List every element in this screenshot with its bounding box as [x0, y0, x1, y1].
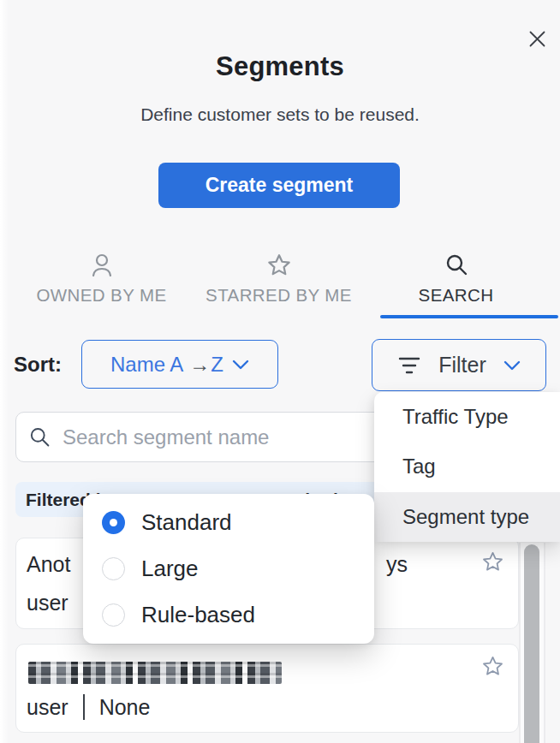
redacted-segment-name: [28, 662, 282, 684]
menu-item-segment-type[interactable]: Segment type: [374, 492, 560, 542]
tab-bar: OWNED BY ME STARRED BY ME SEARCH: [13, 253, 545, 306]
radio-unselected-icon[interactable]: [102, 603, 125, 627]
radio-option-standard[interactable]: Standard: [83, 500, 374, 546]
segments-drawer: Segments Define customer sets to be reus…: [0, 0, 560, 743]
scrollbar-thumb[interactable]: [524, 544, 539, 743]
radio-option-rule-based[interactable]: Rule-based: [83, 592, 374, 639]
create-segment-button[interactable]: Create segment: [158, 163, 400, 208]
page-subtitle: Define customer sets to be reused.: [0, 104, 560, 125]
segment-type-popup: Standard Large Rule-based: [83, 494, 374, 644]
filter-menu: Traffic Type Tag Segment type: [374, 392, 560, 542]
filter-label: Filter: [438, 353, 486, 377]
menu-item-tag[interactable]: Tag: [374, 442, 560, 491]
star-toggle-icon[interactable]: [481, 550, 504, 574]
tab-starred-by-me[interactable]: STARRED BY ME: [190, 253, 367, 306]
star-icon: [266, 253, 292, 278]
page-title: Segments: [0, 51, 560, 82]
segment-name-fragment: Anot: [27, 552, 70, 577]
chevron-down-icon: [503, 360, 521, 371]
radio-selected-icon[interactable]: [102, 511, 125, 534]
chevron-down-icon: [232, 360, 249, 370]
close-icon: [529, 31, 545, 47]
radio-unselected-icon[interactable]: [102, 557, 125, 580]
search-icon: [444, 253, 469, 278]
menu-item-traffic-type[interactable]: Traffic Type: [374, 392, 560, 442]
tab-label: OWNED BY ME: [36, 285, 166, 306]
tab-owned-by-me[interactable]: OWNED BY ME: [13, 253, 190, 306]
sort-dropdown[interactable]: Name A→Z: [81, 340, 278, 389]
filter-icon: [397, 356, 421, 375]
search-icon: [28, 426, 51, 449]
person-icon: [90, 253, 114, 278]
sort-value: Name A→Z: [110, 353, 223, 377]
active-tab-underline: [380, 315, 558, 318]
tab-search[interactable]: SEARCH: [367, 253, 545, 306]
star-toggle-icon[interactable]: [481, 655, 504, 678]
sort-label: Sort:: [14, 353, 62, 377]
tab-label: SEARCH: [419, 285, 494, 306]
segment-card[interactable]: userNone: [15, 644, 519, 733]
filter-dropdown-button[interactable]: Filter: [372, 339, 546, 391]
tab-label: STARRED BY ME: [206, 285, 352, 306]
segment-meta: userNone: [27, 694, 150, 720]
meta-divider: [83, 694, 85, 720]
radio-option-large[interactable]: Large: [83, 546, 374, 592]
segment-name-fragment: ys: [386, 552, 408, 577]
segment-meta: user: [27, 591, 69, 615]
arrow-right-glyph: →: [189, 353, 210, 376]
close-button[interactable]: [527, 28, 547, 49]
